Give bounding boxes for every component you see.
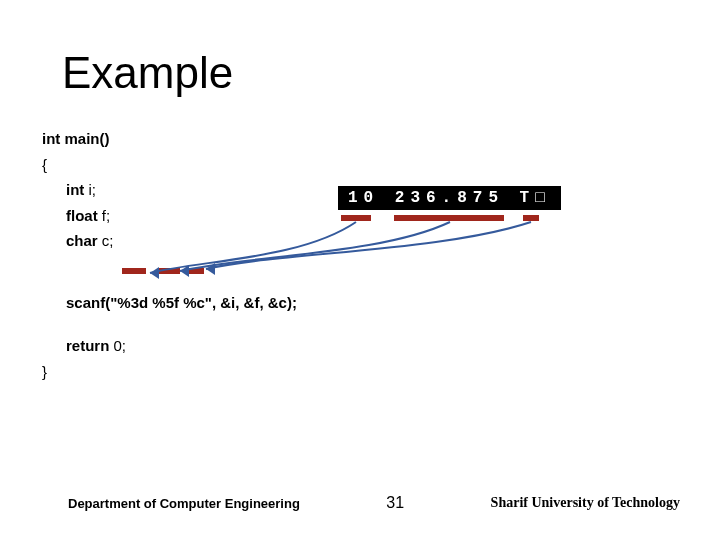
return-value: 0; xyxy=(114,337,127,354)
fmt-tick-1 xyxy=(122,268,146,274)
slide: Example int main() { int i; float f; cha… xyxy=(0,0,720,540)
brace-close: } xyxy=(42,363,47,380)
code-line: } xyxy=(42,361,297,384)
code-block: int main() { int i; float f; char c; sca… xyxy=(42,128,297,386)
code-line: float f; xyxy=(66,205,297,228)
func-main: main() xyxy=(65,130,110,147)
var-f: f; xyxy=(102,207,110,224)
slide-footer: Department of Computer Engineering 31 Sh… xyxy=(0,494,720,512)
brace-open: { xyxy=(42,156,47,173)
var-c: c; xyxy=(102,232,114,249)
code-line: { xyxy=(42,154,297,177)
keyword-char: char xyxy=(66,232,102,249)
keyword-int: int xyxy=(66,181,89,198)
code-line-scanf: scanf("%3d %5f %c", &i, &f, &c); xyxy=(66,292,297,315)
footer-page-number: 31 xyxy=(386,494,404,512)
footer-university: Sharif University of Technology xyxy=(491,495,680,511)
fmt-tick-3 xyxy=(186,268,204,274)
footer-department: Department of Computer Engineering xyxy=(68,496,300,511)
scanf-format: "%3d %5f %c" xyxy=(110,294,212,311)
input-buffer-box: 10 236.875 T□ xyxy=(338,186,561,210)
keyword-int: int xyxy=(42,130,65,147)
keyword-return: return xyxy=(66,337,114,354)
code-line: int i; xyxy=(66,179,297,202)
keyword-float: float xyxy=(66,207,102,224)
underline-segment-3 xyxy=(523,215,539,221)
code-line: int main() xyxy=(42,128,297,151)
scanf-args: , &i, &f, &c); xyxy=(212,294,297,311)
code-line: char c; xyxy=(66,230,297,253)
underline-segment-2 xyxy=(394,215,504,221)
scanf-call: scanf( xyxy=(66,294,110,311)
fmt-tick-2 xyxy=(158,268,180,274)
code-line: return 0; xyxy=(66,335,297,358)
underline-segment-1 xyxy=(341,215,371,221)
slide-title: Example xyxy=(62,48,233,98)
var-i: i; xyxy=(89,181,97,198)
